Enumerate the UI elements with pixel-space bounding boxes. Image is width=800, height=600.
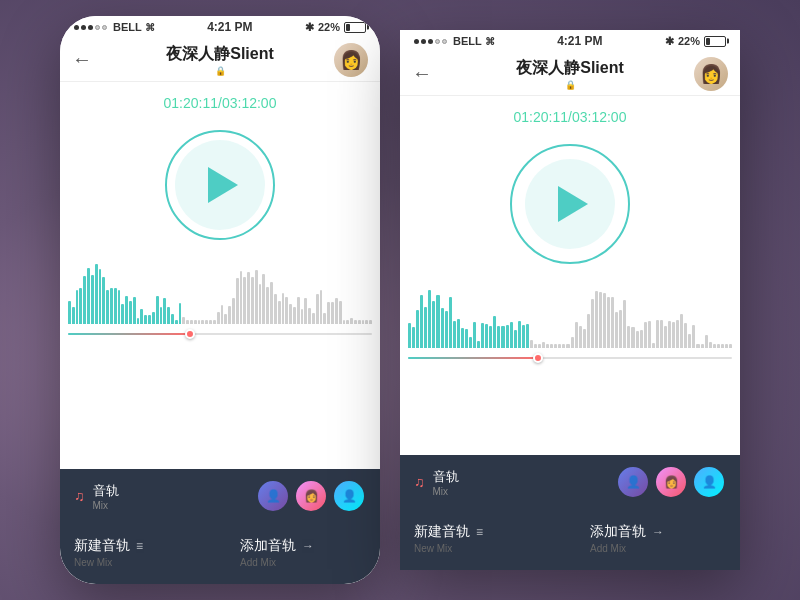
progress-wrap-right[interactable]: [400, 348, 740, 368]
progress-thumb-left[interactable]: [185, 329, 195, 339]
track-avatar-2[interactable]: 👩: [294, 479, 328, 513]
waveform-bar-20: [489, 326, 492, 348]
waveform-bar-1: [72, 307, 75, 324]
tracks-section-right: ♫ 音轨 Mix 👤 👩 👤: [400, 455, 740, 511]
progress-fill-left: [68, 333, 190, 335]
waveform-bar-4: [83, 276, 86, 324]
waveform-bar-29: [179, 303, 182, 324]
track-avatars-left: 👤 👩 👤: [256, 479, 366, 513]
waveform-bar-59: [648, 321, 651, 348]
waveform-bar-18: [481, 323, 484, 348]
waveform-bar-47: [247, 272, 250, 324]
lock-icon: 🔒: [166, 66, 274, 76]
waveform-bar-66: [676, 320, 679, 348]
waveform-bar-0: [68, 301, 71, 324]
progress-wrap-left[interactable]: [60, 324, 380, 344]
waveform-bar-26: [167, 307, 170, 324]
status-right: ✱ 22%: [305, 21, 366, 34]
waveform-bar-8: [441, 308, 444, 348]
add-mix-label-right: 添加音轨 →: [590, 523, 664, 541]
waveform-bar-44: [236, 278, 239, 324]
progress-thumb-right[interactable]: [533, 353, 543, 363]
avatar-left[interactable]: 👩: [334, 43, 368, 77]
rdot-5: [442, 39, 447, 44]
time-text-right: 01:20:11/03:12:00: [514, 109, 627, 125]
waveform-area-left[interactable]: [60, 254, 380, 469]
back-button-right[interactable]: ←: [412, 58, 440, 89]
waveform-bar-57: [285, 297, 288, 324]
waveform-bar-16: [473, 322, 476, 348]
waveform-bar-47: [599, 292, 602, 348]
waveform-bar-71: [339, 301, 342, 324]
carrier-label-right: BELL: [453, 35, 482, 47]
add-mix-icon-right: →: [652, 525, 664, 539]
waveform-bar-26: [514, 330, 517, 348]
waveform-bar-2: [76, 290, 79, 324]
new-mix-label-left: 新建音轨 ≡: [74, 537, 143, 555]
new-mix-button-right[interactable]: 新建音轨 ≡ New Mix: [414, 519, 570, 558]
time-text-left: 01:20:11/03:12:00: [164, 95, 277, 111]
track-avatar-1[interactable]: 👤: [256, 479, 290, 513]
waveform-bar-63: [308, 308, 311, 324]
waveform-bar-19: [140, 309, 143, 324]
battery-pct-right: 22%: [678, 35, 700, 47]
waveform-bar-51: [262, 274, 265, 324]
waveform-bar-55: [631, 327, 634, 348]
dot-5: [102, 25, 107, 30]
add-mix-text-left: 添加音轨: [240, 537, 296, 555]
waveform-bar-16: [129, 301, 132, 324]
progress-fill-right: [408, 357, 538, 359]
avatar-r2-face: 👩: [656, 467, 686, 497]
add-mix-button-left[interactable]: 添加音轨 → Add Mix: [220, 533, 366, 572]
waveform-bar-68: [684, 323, 687, 349]
avatar-1-face: 👤: [258, 481, 288, 511]
waveform-bar-15: [469, 337, 472, 348]
waveform-bar-45: [591, 299, 594, 348]
rdot-3: [428, 39, 433, 44]
phone-right: BELL ⌘ 4:21 PM ✱ 22% ← 夜深人静Slient 🔒 👩: [400, 30, 740, 570]
nav-title-right: 夜深人静Slient 🔒: [516, 58, 624, 90]
waveform-bar-13: [118, 290, 121, 324]
waveform-bar-62: [660, 320, 663, 348]
waveform-bar-41: [224, 314, 227, 324]
avatar-right[interactable]: 👩: [694, 57, 728, 91]
status-time: 4:21 PM: [207, 20, 252, 34]
phones-wrapper: BELL ⌘ 4:21 PM ✱ 22% ← 夜深人静Slient 🔒 👩: [0, 0, 800, 600]
rdot-2: [421, 39, 426, 44]
avatar-2-face: 👩: [296, 481, 326, 511]
waveform-bar-65: [316, 294, 319, 325]
avatar-r3-face: 👤: [694, 467, 724, 497]
song-title: 夜深人静Slient: [166, 44, 274, 65]
waveform-bar-22: [497, 326, 500, 348]
waveform-bar-30: [530, 340, 533, 348]
waveform-bar-54: [274, 294, 277, 324]
waveform-bar-23: [501, 326, 504, 348]
waveform-bar-23: [156, 296, 159, 324]
waveform-bar-7: [436, 295, 439, 349]
waveform-area-right[interactable]: [400, 278, 740, 455]
waveform-bar-43: [583, 329, 586, 348]
waveform-bar-20: [144, 315, 147, 324]
nav-bar-right: ← 夜深人静Slient 🔒 👩: [400, 52, 740, 96]
play-triangle-left: [208, 167, 238, 203]
add-mix-button-right[interactable]: 添加音轨 → Add Mix: [570, 519, 726, 558]
track-avatar-r1[interactable]: 👤: [616, 465, 650, 499]
waveform-bar-3: [420, 295, 423, 348]
waveform-bar-45: [240, 271, 243, 324]
waveform-bar-40: [571, 337, 574, 348]
waveform-bar-10: [449, 297, 452, 348]
play-button-left[interactable]: [165, 130, 275, 240]
new-mix-text-right: 新建音轨: [414, 523, 470, 541]
new-mix-button-left[interactable]: 新建音轨 ≡ New Mix: [74, 533, 220, 572]
waveform-bar-11: [453, 321, 456, 348]
track-row-left: ♫ 音轨 Mix 👤 👩 👤: [74, 479, 366, 513]
track-avatar-r2[interactable]: 👩: [654, 465, 688, 499]
play-button-right[interactable]: [510, 144, 630, 264]
track-avatar-r3[interactable]: 👤: [692, 465, 726, 499]
waveform-bar-9: [445, 311, 448, 348]
new-mix-text-left: 新建音轨: [74, 537, 130, 555]
back-button[interactable]: ←: [72, 44, 100, 75]
waveform-bar-24: [506, 325, 509, 348]
waveform-bar-50: [611, 297, 614, 348]
track-avatar-3[interactable]: 👤: [332, 479, 366, 513]
